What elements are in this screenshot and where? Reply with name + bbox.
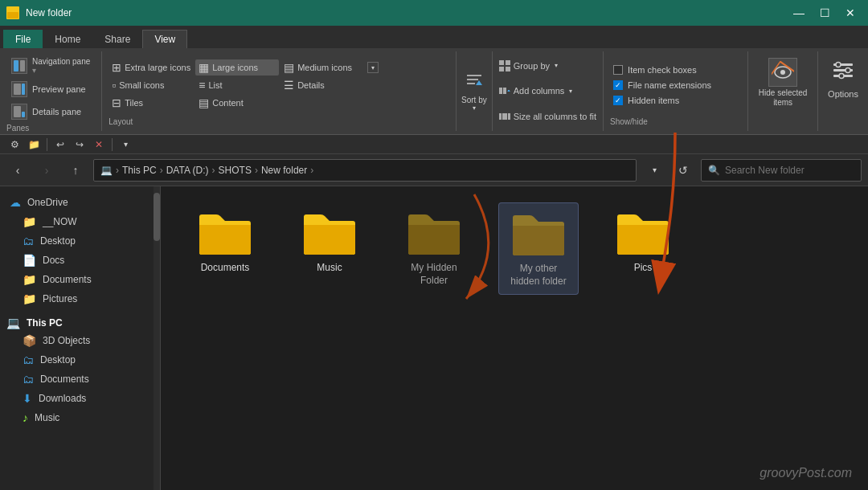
sidebar-item-desktop2[interactable]: 🗂 Desktop [0, 350, 160, 370]
details-pane-button[interactable]: Details pane [6, 101, 86, 122]
svg-rect-15 [506, 67, 510, 71]
svg-point-32 [839, 74, 844, 79]
extra-large-icons-button[interactable]: ⊞ Extra large icons [108, 59, 194, 76]
layout-expand-button[interactable]: ▾ [367, 62, 379, 73]
large-icons-button[interactable]: ▦ Large icons [195, 59, 279, 76]
svg-rect-1 [7, 12, 18, 18]
close-button[interactable]: ✕ [839, 5, 862, 21]
path-data-d[interactable]: DATA (D:) [166, 165, 209, 176]
path-this-pc[interactable]: This PC [122, 165, 157, 176]
refresh-button[interactable]: ↺ [672, 159, 694, 182]
qat-new-folder-button[interactable]: 📁 [26, 137, 42, 153]
sidebar-item-docs[interactable]: 📄 Docs [0, 251, 160, 270]
search-input[interactable] [725, 165, 854, 176]
svg-point-31 [845, 68, 850, 73]
qat-expand-button[interactable]: ▾ [117, 137, 133, 153]
file-name-extensions-checkbox [613, 80, 623, 90]
path-new-folder[interactable]: New folder [261, 165, 307, 176]
qat-redo-button[interactable]: ↪ [72, 137, 88, 153]
hidden-items-toggle[interactable]: Hidden items [610, 94, 741, 107]
svg-marker-11 [476, 80, 482, 85]
sidebar-group-this-pc[interactable]: 💻 This PC [0, 312, 160, 331]
tab-share[interactable]: Share [92, 30, 142, 48]
sort-label: Sort by [461, 96, 487, 104]
app-icon [6, 6, 19, 19]
sidebar-label-pictures: Pictures [43, 293, 77, 304]
medium-icons-button[interactable]: ▤ Medium icons [280, 59, 364, 76]
size-columns-icon [499, 111, 510, 122]
folder-svg-pics [614, 209, 672, 257]
add-columns-chevron-icon: ▾ [569, 88, 572, 95]
folder-icon-docs: 📁 [23, 273, 36, 286]
list-button[interactable]: ≡ List [195, 77, 279, 93]
cloud-icon: ☁ [10, 196, 21, 209]
sidebar-item-now[interactable]: 📁 __NOW [0, 212, 160, 231]
details-icon-svg [13, 105, 26, 118]
sidebar-label-onedrive: OneDrive [27, 197, 68, 208]
search-box[interactable]: 🔍 [701, 159, 862, 182]
sidebar-item-documents[interactable]: 📁 Documents [0, 270, 160, 289]
folder-label-pics: Pics [634, 262, 653, 275]
sidebar-item-3d-objects[interactable]: 📦 3D Objects [0, 331, 160, 350]
folder-item-pics[interactable]: Pics [603, 202, 683, 281]
qat-properties-button[interactable]: ⚙ [6, 137, 23, 153]
content-button[interactable]: ▤ Content [195, 95, 279, 111]
address-path[interactable]: 💻 › This PC › DATA (D:) › SHOTS › New fo… [93, 159, 637, 182]
add-columns-button[interactable]: Add columns ▾ [496, 84, 600, 98]
details-button[interactable]: ☰ Details [280, 77, 364, 93]
folder-item-documents[interactable]: Documents [185, 202, 265, 281]
sidebar-item-documents2[interactable]: 🗂 Documents [0, 370, 160, 389]
back-button[interactable]: ‹ [6, 159, 29, 182]
tiles-button[interactable]: ⊟ Tiles [108, 95, 194, 111]
qat-undo-button[interactable]: ↩ [52, 137, 68, 153]
sort-by-button[interactable]: Sort by ▾ [457, 51, 493, 131]
details-pane-label: Details pane [32, 107, 81, 116]
dropdown-button[interactable]: ▾ [643, 159, 665, 182]
small-icons-button[interactable]: ▫ Small icons [108, 77, 194, 93]
tab-home[interactable]: Home [43, 30, 92, 48]
preview-pane-icon [11, 81, 27, 97]
tab-file[interactable]: File [3, 30, 43, 48]
chevron-down-icon: ▾ [371, 64, 375, 71]
preview-pane-button[interactable]: Preview pane [6, 79, 91, 100]
forward-button[interactable]: › [35, 159, 58, 182]
options-label: Options [828, 89, 858, 99]
size-all-columns-button[interactable]: Size all columns to fit [496, 109, 600, 124]
path-shots[interactable]: SHOTS [219, 165, 252, 176]
folder-item-my-hidden-folder[interactable]: My Hidden Folder [394, 202, 474, 293]
group-by-button[interactable]: Group by ▾ [496, 59, 600, 73]
up-button[interactable]: ↑ [64, 159, 87, 182]
sidebar-scrollbar[interactable] [154, 186, 160, 490]
navigation-pane-button[interactable]: Navigation pane ▾ [6, 55, 95, 77]
qat-delete-button[interactable]: ✕ [91, 137, 107, 153]
title-bar: New folder — ☐ ✕ [0, 0, 868, 26]
sidebar-item-onedrive[interactable]: ☁ OneDrive [0, 193, 160, 212]
sidebar-item-downloads[interactable]: ⬇ Downloads [0, 389, 160, 408]
hide-selected-label: Hide selected items [758, 88, 808, 108]
hide-selected-items-button[interactable]: Hide selected items [755, 55, 811, 111]
folder-item-music[interactable]: Music [289, 202, 370, 281]
main-content: ☁ OneDrive 📁 __NOW 🗂 Desktop 📄 Docs 📁 Do… [0, 186, 868, 490]
sidebar-scrollbar-thumb[interactable] [154, 193, 160, 241]
file-name-extensions-toggle[interactable]: File name extensions [610, 79, 741, 92]
ribbon-layout-section: ⊞ Extra large icons ▦ Large icons ▤ Medi… [102, 51, 457, 131]
sidebar-label-downloads: Downloads [39, 393, 86, 404]
folder-item-my-other-hidden[interactable]: My other hidden folder [498, 202, 579, 295]
maximize-button[interactable]: ☐ [813, 5, 836, 21]
blue-folder-icon: 🗂 [23, 235, 34, 247]
sidebar-label-documents: Documents [43, 274, 92, 285]
item-checkboxes-toggle[interactable]: Item check boxes [610, 63, 741, 76]
sidebar-item-desktop[interactable]: 🗂 Desktop [0, 231, 160, 251]
options-button[interactable]: Options [825, 55, 862, 102]
folder-label-music: Music [317, 262, 342, 275]
tab-view[interactable]: View [142, 30, 187, 48]
details-pane-icon [11, 104, 27, 120]
medium-icons-icon: ▤ [284, 61, 294, 74]
sidebar-item-pictures[interactable]: 📁 Pictures [0, 289, 160, 308]
minimize-button[interactable]: — [788, 5, 810, 21]
sidebar-item-music[interactable]: ♪ Music [0, 408, 160, 427]
svg-rect-6 [14, 106, 21, 117]
svg-rect-13 [506, 60, 510, 65]
path-separator-3: › [255, 165, 258, 176]
list-icon: ≡ [199, 79, 205, 92]
